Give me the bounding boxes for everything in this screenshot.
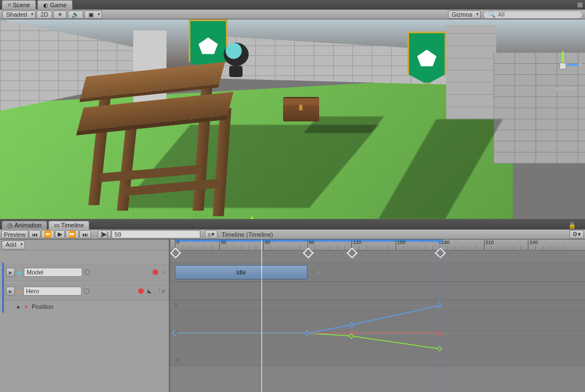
panel-menu-icon[interactable] bbox=[577, 2, 583, 8]
hero-head bbox=[224, 43, 249, 66]
search-placeholder: All bbox=[498, 11, 505, 18]
table-brace bbox=[100, 165, 200, 182]
clip-idle[interactable]: Idle bbox=[175, 265, 307, 279]
shading-mode-label: Shaded bbox=[6, 11, 27, 18]
table-prop bbox=[78, 36, 233, 213]
curves-area[interactable]: 50-5 bbox=[170, 300, 585, 366]
expand-toggle[interactable]: ▸ bbox=[6, 287, 15, 296]
tab-animation-label: Animation bbox=[14, 222, 42, 228]
tab-game-label: Game bbox=[50, 2, 67, 8]
timeline-asset-label: Timeline (Timeline) bbox=[218, 231, 276, 238]
tab-scene[interactable]: ⌗Scene bbox=[2, 0, 36, 9]
hero-body bbox=[229, 66, 243, 77]
table-brace bbox=[125, 179, 222, 196]
speaker-icon: 🔊 bbox=[72, 11, 79, 18]
tab-scene-label: Scene bbox=[13, 2, 30, 8]
track-row-model[interactable]: ▸ ◆ Model ⎓ bbox=[4, 263, 169, 282]
track-name-model[interactable]: Model bbox=[24, 268, 82, 277]
current-frame-field[interactable]: 59 bbox=[112, 230, 200, 238]
clip-idle-label: Idle bbox=[236, 269, 246, 276]
curve-y-label: -5 bbox=[175, 358, 179, 363]
toggle-audio-button[interactable]: 🔊 bbox=[68, 11, 83, 19]
avatar-mask-icon[interactable] bbox=[84, 269, 90, 275]
gizmos-dropdown[interactable]: Gizmos bbox=[448, 11, 481, 19]
prev-frame-button[interactable]: ⏪ bbox=[41, 230, 54, 238]
curve-y-label: 0 bbox=[175, 330, 178, 335]
play-range-icon: [▶] bbox=[100, 231, 108, 238]
lock-icon[interactable]: 🔒 bbox=[568, 222, 575, 228]
projection-label[interactable]: ◂ Persp bbox=[556, 85, 576, 91]
prev-frame-icon: ⏪ bbox=[44, 231, 52, 238]
track-type-icon: ● bbox=[17, 288, 21, 294]
curves-icon[interactable]: ◣ bbox=[146, 288, 153, 294]
tab-animation[interactable]: ◷Animation bbox=[2, 221, 47, 230]
next-frame-icon: ⏩ bbox=[68, 231, 76, 238]
record-button[interactable] bbox=[138, 288, 144, 294]
go-end-button[interactable]: ⏭ bbox=[79, 230, 91, 238]
ruler-tick: 60 bbox=[263, 240, 270, 251]
toggle-lighting-button[interactable]: ☀ bbox=[53, 11, 67, 19]
marker-tools-button[interactable]: ⎋▾ bbox=[205, 230, 218, 238]
property-row-position[interactable]: ▸ ✦ Position bbox=[4, 301, 169, 313]
end-marker[interactable] bbox=[440, 240, 440, 392]
add-track-label: Add bbox=[6, 241, 17, 248]
record-button[interactable] bbox=[153, 269, 158, 275]
search-icon: 🔍 bbox=[488, 11, 496, 18]
tab-timeline[interactable]: ▭Timeline bbox=[48, 221, 89, 230]
axis-z-label: z bbox=[579, 62, 582, 67]
track-name-hero[interactable]: Hero bbox=[23, 287, 82, 296]
track-name-model-text: Model bbox=[27, 269, 43, 276]
clock-icon: ◷ bbox=[7, 222, 13, 229]
add-track-button[interactable]: Add bbox=[2, 241, 25, 250]
transform-icon: ✦ bbox=[24, 304, 28, 310]
gizmos-label: Gizmos bbox=[452, 11, 472, 18]
timeline-icon: ▭ bbox=[54, 222, 59, 229]
settings-button[interactable]: ⚙▾ bbox=[569, 230, 584, 238]
panel-controls bbox=[577, 2, 585, 8]
orientation-gizmo[interactable]: z bbox=[548, 52, 576, 79]
scene-toolbar: Shaded 2D ☀ 🔊 ▣ Gizmos 🔍All bbox=[0, 9, 585, 19]
persp-text: Persp bbox=[560, 85, 576, 91]
play-range-button[interactable]: [▶] bbox=[98, 230, 111, 238]
track-menu-icon[interactable]: ⋮≡ bbox=[155, 288, 167, 294]
track-name-hero-text: Hero bbox=[26, 288, 39, 294]
go-start-icon: ⏮ bbox=[32, 231, 38, 238]
track-type-icon: ◆ bbox=[17, 269, 22, 276]
expand-toggle[interactable]: ▸ bbox=[6, 268, 15, 277]
toggle-2d-label: 2D bbox=[41, 11, 48, 18]
preview-label: Preview bbox=[4, 231, 26, 238]
shading-mode-dropdown[interactable]: Shaded bbox=[2, 11, 36, 19]
timeline-area[interactable]: 0306090120150180210240 Idle ∞ 50-5 bbox=[170, 240, 585, 392]
toggle-2d-button[interactable]: 2D bbox=[37, 11, 52, 19]
marker-row[interactable] bbox=[170, 251, 585, 263]
track-row-hero[interactable]: ▸ ● Hero ◣ ⋮≡ bbox=[4, 282, 169, 301]
play-icon: ▶ bbox=[58, 231, 62, 238]
tab-game[interactable]: ◐Game bbox=[37, 0, 73, 9]
hero-character bbox=[219, 43, 253, 82]
avatar-mask-icon[interactable] bbox=[84, 288, 89, 294]
curves-icon[interactable]: ⎓ bbox=[160, 269, 167, 275]
playhead[interactable] bbox=[261, 240, 262, 392]
clip-row-model: Idle ∞ bbox=[170, 263, 585, 282]
search-input[interactable]: 🔍All bbox=[483, 11, 583, 19]
table-leg bbox=[213, 108, 231, 216]
go-start-button[interactable]: ⏮ bbox=[29, 230, 41, 238]
position-label: Position bbox=[32, 303, 53, 310]
expand-icon: ▸ bbox=[17, 303, 21, 310]
current-frame-value: 59 bbox=[114, 231, 121, 238]
scene-viewport[interactable]: z ◂ Persp bbox=[0, 19, 585, 219]
banner-2 bbox=[407, 32, 446, 84]
preview-button[interactable]: Preview bbox=[1, 230, 28, 238]
ruler-tick: 210 bbox=[484, 240, 494, 251]
chest bbox=[283, 98, 319, 121]
timeline-toolbar: Preview ⏮ ⏪ ▶ ⏩ ⏭ [▶] 59 ⎋▾ Timeline (Ti… bbox=[0, 230, 585, 240]
next-frame-button[interactable]: ⏩ bbox=[65, 230, 79, 238]
play-button[interactable]: ▶ bbox=[55, 230, 65, 238]
fx-dropdown[interactable]: ▣ bbox=[84, 11, 102, 19]
track-spacer bbox=[0, 251, 169, 263]
go-end-icon: ⏭ bbox=[82, 231, 88, 238]
panel-menu-icon[interactable]: ≡ bbox=[577, 222, 583, 228]
axis-y-icon bbox=[562, 52, 564, 63]
time-ruler[interactable]: 0306090120150180210240 bbox=[170, 240, 585, 251]
pillar-right bbox=[446, 25, 496, 119]
